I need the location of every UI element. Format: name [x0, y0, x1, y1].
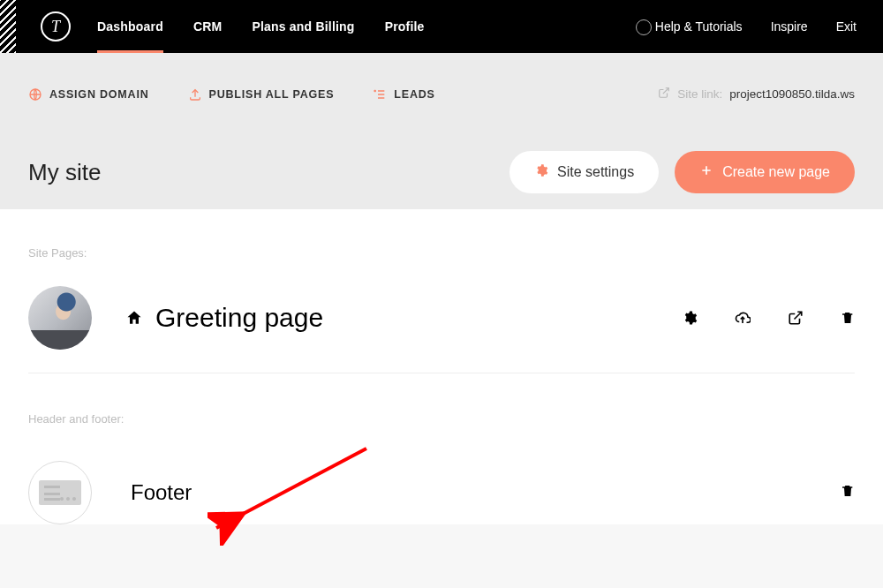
assign-domain-link[interactable]: ASSIGN DOMAIN: [28, 87, 149, 102]
upload-icon: [188, 87, 202, 102]
primary-nav: Dashboard CRM Plans and Billing Profile: [97, 2, 425, 51]
plus-icon: [699, 163, 713, 181]
assign-domain-label: ASSIGN DOMAIN: [49, 88, 149, 101]
page-title-wrap: Greeting page: [125, 303, 323, 333]
nav-exit[interactable]: Exit: [836, 19, 857, 34]
main-content: Site Pages: Greeting page Header and fo: [0, 209, 883, 524]
delete-page-icon[interactable]: [841, 310, 855, 326]
publish-all-label: PUBLISH ALL PAGES: [209, 88, 335, 101]
toolbar-row: ASSIGN DOMAIN PUBLISH ALL PAGES LEADS Si…: [28, 87, 855, 102]
page-title: Greeting page: [155, 303, 323, 333]
site-settings-button[interactable]: Site settings: [509, 151, 659, 193]
footer-glyph-icon: [39, 480, 81, 505]
gear-icon: [534, 163, 548, 181]
page-actions: [682, 310, 855, 326]
globe-icon: [28, 87, 42, 102]
create-page-button[interactable]: Create new page: [675, 151, 855, 193]
page-thumbnail: [28, 286, 92, 350]
site-link-label: Site link:: [677, 87, 722, 101]
site-link-value: project1090850.tilda.ws: [729, 87, 855, 101]
footer-thumbnail: [28, 461, 92, 524]
logo-glyph: T: [51, 18, 60, 36]
create-page-label: Create new page: [722, 164, 830, 180]
help-icon: [636, 19, 652, 35]
site-actions: Site settings Create new page: [509, 151, 855, 193]
hf-section-label: Header and footer:: [28, 412, 855, 426]
nav-profile[interactable]: Profile: [385, 2, 425, 51]
nav-help-label: Help & Tutorials: [655, 19, 743, 34]
top-navbar: T Dashboard CRM Plans and Billing Profil…: [0, 0, 883, 53]
publish-page-icon[interactable]: [735, 310, 751, 326]
nav-dashboard[interactable]: Dashboard: [97, 2, 163, 51]
leads-link[interactable]: LEADS: [373, 87, 434, 102]
footer-title: Footer: [131, 480, 192, 505]
page-row[interactable]: Greeting page: [28, 281, 855, 373]
site-title: My site: [28, 159, 101, 186]
wave-decoration: [0, 0, 16, 53]
secondary-nav: Help & Tutorials Inspire Exit: [655, 19, 857, 34]
project-toolbar: ASSIGN DOMAIN PUBLISH ALL PAGES LEADS Si…: [0, 53, 883, 209]
home-icon: [125, 309, 143, 327]
leads-label: LEADS: [394, 88, 434, 101]
open-page-icon[interactable]: [788, 310, 804, 326]
footer-actions: [841, 483, 855, 502]
nav-plans-billing[interactable]: Plans and Billing: [252, 2, 354, 51]
nav-crm[interactable]: CRM: [193, 2, 222, 51]
list-plus-icon: [373, 87, 387, 102]
nav-help[interactable]: Help & Tutorials: [655, 19, 743, 34]
delete-footer-icon[interactable]: [841, 483, 855, 499]
footer-row[interactable]: Footer: [28, 447, 855, 524]
title-row: My site Site settings Create new page: [28, 151, 855, 193]
nav-inspire[interactable]: Inspire: [771, 19, 808, 34]
site-settings-label: Site settings: [557, 164, 634, 180]
header-footer-section: Header and footer: Footer: [28, 412, 855, 524]
site-link[interactable]: Site link: project1090850.tilda.ws: [658, 87, 855, 102]
external-link-icon: [658, 87, 670, 102]
page-settings-icon[interactable]: [682, 310, 698, 326]
pages-section-label: Site Pages:: [28, 246, 855, 260]
tilda-logo[interactable]: T: [41, 11, 71, 41]
publish-all-link[interactable]: PUBLISH ALL PAGES: [188, 87, 335, 102]
